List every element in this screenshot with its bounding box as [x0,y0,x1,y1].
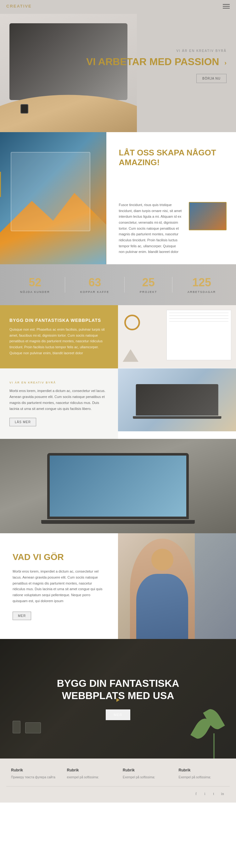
screen-mock [11,152,90,231]
footer-col-1: Rubrik exempel på softissima: [62,768,118,780]
lat-right-content: LÅT OSS SKAPA NÅGOT AMAZING! Fusce tinci… [106,132,236,264]
vad-right-image [118,533,236,639]
stat-label-2: PROJEKT [140,290,157,293]
lat-text-column: Fusce tincidunt, risus quis tristique ti… [119,202,183,255]
vad-section: VAD VI GÖR Morbi eros lorem, imperdiet a… [0,533,236,639]
stat-divider-0 [65,277,65,292]
vad-left: VAD VI GÖR Morbi eros lorem, imperdiet a… [0,533,118,639]
stat-item-0: 52 NÖJDA KUNDER [20,276,50,293]
footer-col-text-3: Exempel på softissima: [179,775,225,780]
hamburger-line-2 [223,6,230,7]
grid-white-text: Morbi eros lorem, imperdiet a dictum ac,… [9,388,109,411]
vad-mer-button[interactable]: MER [12,612,31,620]
footer-col-title-1: Rubrik [67,768,114,772]
play-button[interactable] [116,698,120,702]
stat-label-0: NÖJDA KUNDER [20,290,50,293]
grid-white-box: VI ÄR EN KREATIV BYRÅ Morbi eros lorem, … [0,368,118,439]
stat-item-3: 125 ARBETSDAGAR [187,276,216,293]
lat-main-photo [0,132,106,264]
footer-col-0: Rubrik Примеру текста фулера сайта [6,768,62,780]
person-head [151,549,173,571]
stat-item-2: 25 PROJEKT [140,276,157,293]
lat-heading: LÅT OSS SKAPA NÅGOT AMAZING! [119,148,227,167]
stat-number-2: 25 [140,276,157,289]
vad-body-text: Morbi eros lorem, imperdiet a dictum ac,… [12,568,106,604]
office-background [195,533,236,639]
footer-col-text-1: exempel på softissima: [67,775,114,780]
logo: CREATIVE [6,4,32,8]
sketch-paper [167,310,231,360]
footer-col-title-0: Rubrik [11,768,58,772]
plant-stem [213,733,215,758]
sketch-line-1 [169,313,229,313]
hero-title: VI ARBETAR MED PASSION › [86,56,227,68]
bygg-plant [205,702,224,758]
grid-las-mer-button[interactable]: LÄS MER [9,418,36,426]
stat-number-0: 52 [20,276,50,289]
footer: Rubrik Примеру текста фулера сайта Rubri… [0,758,236,803]
sketch-triangle [123,349,139,362]
footer-col-2: Rubrik Exempel på softissima: [118,768,174,780]
laptop-screen [50,456,186,517]
hamburger-line-3 [223,8,230,8]
stat-label-3: ARBETSDAGAR [187,290,216,293]
facebook-icon[interactable]: f [194,791,199,796]
stat-number-3: 125 [187,276,216,289]
play-triangle-icon [116,698,120,702]
lat-small-photo [189,202,227,230]
grid-text-title: Bygg din fantastiska webbplats [9,318,109,323]
grid-bottom-right-image [118,368,236,431]
grid-text-body: Quisque non est. Phasellus ac enim facil… [9,327,109,356]
footer-col-3: Rubrik Exempel på softissima: [174,768,230,780]
footer-col-title-3: Rubrik [179,768,225,772]
footer-col-text-0: Примеру текста фулера сайта [11,775,58,780]
bygg-phone-icon [12,721,21,733]
hero-section: VI ÄR EN KREATIV BYRÅ VI ARBETAR MED PAS… [0,0,236,132]
grid-text-box: Bygg din fantastiska webbplats Quisque n… [0,305,118,368]
stat-label-1: KOPPAR KAFFE [80,290,109,293]
hero-cta-button[interactable]: BÖRJA NU [196,74,227,83]
stats-row: 52 NÖJDA KUNDER 63 KOPPAR KAFFE 25 PROJE… [0,264,236,305]
hamburger-menu-icon[interactable] [223,4,230,8]
footer-columns: Rubrik Примеру текста фулера сайта Rubri… [0,768,236,780]
lat-body-text: Fusce tincidunt, risus quis tristique ti… [119,202,183,255]
hero-arrow: › [224,59,227,66]
footer-col-text-2: Exempel på softissima: [123,775,169,780]
grid-top-right-image [118,305,236,368]
sketch-line-2 [169,315,229,316]
gold-accent-bar [0,172,1,197]
hamburger-line-1 [223,4,230,5]
laptop-hero-section [0,439,236,533]
hero-subtitle: VI ÄR EN KREATIV BYRÅ [86,49,227,53]
twitter-icon[interactable]: t [211,791,216,796]
footer-col-title-2: Rubrik [123,768,169,772]
sketch-line-3 [169,318,229,319]
lat-left-image [0,132,106,264]
instagram-icon[interactable]: i [202,791,207,796]
lat-oss-section: LÅT OSS SKAPA NÅGOT AMAZING! Fusce tinci… [0,132,236,264]
person-body [136,574,188,639]
footer-bottom: f i t in [0,791,236,796]
person-photo [130,538,195,639]
notebook-sketch [118,305,236,368]
header: CREATIVE [0,0,236,12]
stat-divider-1 [124,277,125,292]
stat-number-1: 63 [80,276,109,289]
stat-item-1: 63 KOPPAR KAFFE [80,276,109,293]
laptop-display [47,453,189,519]
hero-content: VI ÄR EN KREATIV BYRÅ VI ARBETAR MED PAS… [86,49,227,83]
bygg-device-icon [25,722,41,733]
bygg-section: BYGG DIN FANTASTISKAWEBBPLATS MED USA ME… [0,639,236,758]
laptop-base [41,520,195,524]
laptop-grid-body [136,384,218,415]
bygg-mer-button[interactable]: MER [106,709,130,720]
watch-photo [21,104,28,114]
linkedin-icon[interactable]: in [220,791,225,796]
grid-section: Bygg din fantastiska webbplats Quisque n… [0,305,236,439]
sketch-circle [124,315,140,330]
sketch-line-4 [169,321,229,321]
laptop-grid-photo [118,368,236,431]
lat-body-area: Fusce tincidunt, risus quis tristique ti… [119,202,227,255]
lat-image-column [189,202,227,255]
vad-heading: VAD VI GÖR [12,552,106,562]
